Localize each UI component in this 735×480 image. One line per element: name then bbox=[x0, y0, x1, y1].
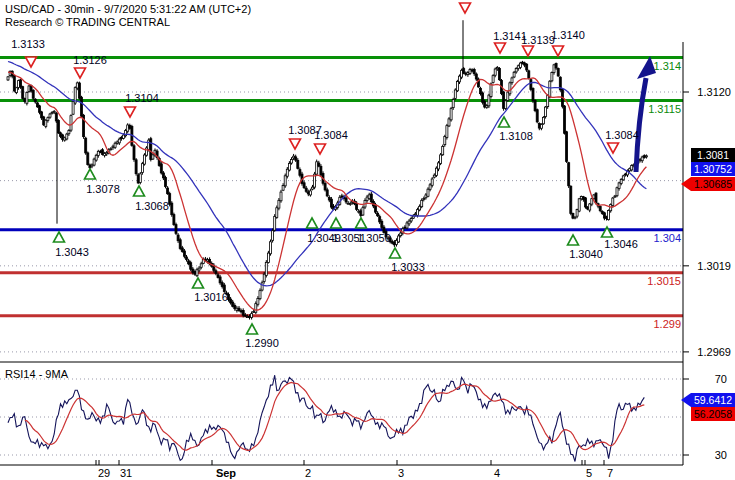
candle bbox=[15, 88, 17, 93]
y-tick-label: 1.3019 bbox=[697, 260, 731, 272]
candle bbox=[99, 151, 101, 152]
candle bbox=[614, 196, 616, 197]
candle bbox=[377, 213, 379, 216]
sell-signal-triangle bbox=[26, 57, 37, 67]
candle bbox=[643, 156, 645, 158]
candle bbox=[89, 165, 91, 168]
candle bbox=[41, 112, 43, 118]
candle bbox=[137, 175, 139, 183]
candle bbox=[246, 317, 248, 318]
buy-signal-triangle bbox=[568, 235, 579, 245]
candle bbox=[551, 73, 553, 81]
buy-signal-triangle bbox=[356, 218, 367, 228]
candle bbox=[135, 160, 137, 174]
candle bbox=[557, 69, 559, 76]
candle bbox=[190, 263, 192, 270]
candle bbox=[194, 272, 196, 275]
candle bbox=[639, 159, 641, 160]
candle bbox=[76, 83, 78, 88]
sell-signal-triangle bbox=[125, 107, 136, 117]
level-label-1.314: 1.314 bbox=[653, 60, 681, 72]
candle bbox=[473, 69, 475, 73]
candle bbox=[253, 311, 255, 312]
candle bbox=[270, 242, 272, 254]
candle bbox=[221, 283, 223, 287]
candle bbox=[272, 231, 274, 241]
rsi-ma-line bbox=[25, 383, 645, 451]
candle bbox=[438, 163, 440, 169]
rsi-flag-0-value: 59.6412 bbox=[694, 394, 732, 406]
candle bbox=[375, 205, 377, 212]
y-tick-label: 1.3120 bbox=[697, 86, 731, 98]
candle bbox=[274, 216, 276, 230]
candle bbox=[309, 191, 311, 195]
candle bbox=[427, 189, 429, 196]
candle bbox=[238, 308, 240, 310]
candle bbox=[578, 199, 580, 211]
candle bbox=[112, 146, 114, 147]
candle bbox=[64, 138, 66, 140]
buy-signal-label: 1.3040 bbox=[569, 248, 603, 260]
candle bbox=[566, 132, 568, 162]
price-flag-1-value: 1.30752 bbox=[694, 163, 732, 175]
candle bbox=[87, 153, 89, 165]
candle bbox=[410, 219, 412, 221]
candle bbox=[148, 140, 150, 149]
candle bbox=[162, 173, 164, 178]
rsi-flag-1-value: 56.2058 bbox=[694, 408, 732, 420]
candle bbox=[249, 317, 251, 318]
candle bbox=[505, 101, 507, 109]
candle bbox=[257, 298, 259, 304]
candle bbox=[144, 155, 146, 164]
candle bbox=[431, 179, 433, 185]
candle bbox=[576, 210, 578, 217]
candle bbox=[517, 66, 519, 69]
candle bbox=[167, 188, 169, 194]
sell-signal-label: 1.3133 bbox=[11, 38, 45, 50]
candle bbox=[511, 78, 513, 83]
candle bbox=[20, 80, 22, 87]
candle bbox=[318, 163, 320, 166]
candle bbox=[622, 176, 624, 180]
candle bbox=[381, 221, 383, 227]
candle bbox=[585, 198, 587, 207]
candle bbox=[70, 116, 72, 131]
candle bbox=[118, 139, 120, 143]
rsi-tick-label: 30 bbox=[715, 449, 727, 461]
candle bbox=[179, 240, 181, 249]
sell-signal-triangle bbox=[523, 46, 534, 56]
candle bbox=[599, 207, 601, 211]
candle bbox=[49, 114, 51, 117]
sell-signal-label: 1.3139 bbox=[521, 34, 555, 46]
candle bbox=[139, 174, 141, 183]
candle bbox=[288, 163, 290, 170]
candle bbox=[326, 190, 328, 196]
buy-signal-label: 1.3046 bbox=[604, 238, 638, 250]
candle bbox=[81, 97, 83, 116]
candle bbox=[232, 302, 234, 306]
candle bbox=[297, 160, 299, 168]
sell-signal-triangle bbox=[495, 43, 506, 53]
candle bbox=[93, 159, 95, 165]
candle bbox=[595, 193, 597, 203]
candle bbox=[219, 277, 221, 283]
candle bbox=[618, 183, 620, 189]
candle bbox=[629, 169, 631, 171]
candle bbox=[123, 135, 125, 138]
candle bbox=[450, 109, 452, 120]
level-label-1.3015: 1.3015 bbox=[647, 275, 681, 287]
candle bbox=[68, 130, 70, 133]
candle bbox=[173, 215, 175, 225]
sell-signal-triangle bbox=[608, 143, 619, 153]
candle bbox=[127, 125, 129, 131]
candle bbox=[555, 64, 557, 68]
sell-signal-label: 1.3084 bbox=[314, 129, 348, 141]
candle bbox=[116, 142, 118, 143]
candle bbox=[515, 68, 517, 71]
buy-signal-label: 1.3068 bbox=[135, 200, 169, 212]
candle bbox=[303, 183, 305, 188]
candle bbox=[120, 137, 122, 138]
price-flag-2-value: 1.30685 bbox=[694, 178, 732, 190]
candle bbox=[513, 72, 515, 77]
candle bbox=[267, 253, 269, 262]
